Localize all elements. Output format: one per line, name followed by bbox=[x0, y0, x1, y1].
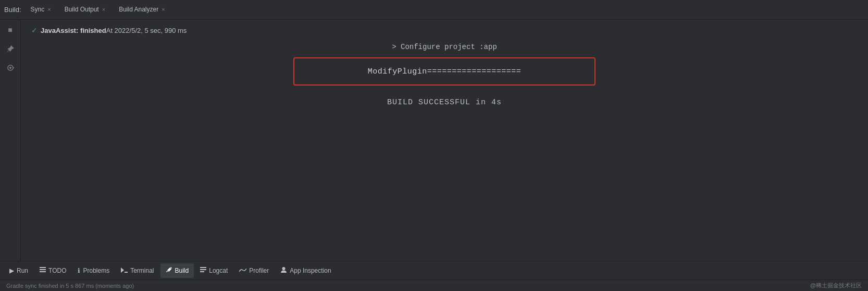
gradle-sync-text: Gradle sync finished in 5 s 867 ms (mome… bbox=[6, 283, 134, 289]
todo-icon bbox=[40, 266, 46, 274]
build-status-line: ✓ JavaAssist: finished At 2022/5/2, 5 se… bbox=[31, 26, 858, 34]
problems-icon: ℹ bbox=[78, 267, 80, 274]
svg-rect-7 bbox=[125, 272, 128, 273]
app-inspection-icon bbox=[280, 266, 287, 275]
tab-sync[interactable]: Sync × bbox=[24, 0, 57, 20]
tab-sync-close[interactable]: × bbox=[47, 6, 51, 13]
status-profiler[interactable]: Profiler bbox=[234, 263, 274, 278]
svg-rect-4 bbox=[40, 269, 46, 270]
status-bold-text: JavaAssist: finished bbox=[41, 27, 106, 34]
watermark: @稀土掘金技术社区 bbox=[810, 282, 862, 289]
status-run[interactable]: ▶ Run bbox=[4, 263, 33, 278]
status-build-label: Build bbox=[175, 267, 189, 274]
svg-point-1 bbox=[9, 67, 11, 69]
tab-build-output-label: Build Output bbox=[65, 6, 99, 13]
status-todo[interactable]: TODO bbox=[34, 263, 71, 278]
status-terminal[interactable]: Terminal bbox=[116, 263, 159, 278]
build-success: BUILD SUCCESSFUL in 4s bbox=[31, 98, 858, 107]
status-app-inspection-label: App Inspection bbox=[290, 267, 331, 274]
pin-icon[interactable] bbox=[4, 43, 17, 55]
status-run-label: Run bbox=[17, 267, 28, 274]
svg-marker-6 bbox=[121, 268, 124, 273]
run-icon: ▶ bbox=[9, 267, 14, 274]
inspect-icon[interactable] bbox=[4, 62, 17, 74]
status-profiler-label: Profiler bbox=[249, 267, 269, 274]
status-logcat-label: Logcat bbox=[209, 267, 228, 274]
build-output: ✓ JavaAssist: finished At 2022/5/2, 5 se… bbox=[21, 20, 868, 261]
status-terminal-label: Terminal bbox=[130, 267, 154, 274]
status-problems[interactable]: ℹ Problems bbox=[72, 263, 115, 278]
tab-bar-label: Build: bbox=[4, 6, 21, 14]
status-todo-label: TODO bbox=[48, 267, 66, 274]
main-content: ■ ✓ JavaAssist: finished At 2022/5/2, 5 … bbox=[0, 20, 868, 261]
tab-build-analyzer-label: Build Analyzer bbox=[119, 6, 158, 13]
configure-project: > Configure project :app bbox=[31, 43, 858, 51]
svg-rect-5 bbox=[40, 271, 46, 272]
svg-point-11 bbox=[282, 267, 286, 270]
tab-build-output[interactable]: Build Output × bbox=[58, 0, 111, 20]
logcat-icon bbox=[200, 266, 206, 274]
status-problems-label: Problems bbox=[83, 267, 109, 274]
status-rest-text: At 2022/5/2, 5 sec, 990 ms bbox=[106, 27, 187, 34]
tab-build-analyzer[interactable]: Build Analyzer × bbox=[113, 0, 171, 20]
svg-rect-8 bbox=[200, 267, 206, 268]
tab-bar: Build: Sync × Build Output × Build Analy… bbox=[0, 0, 868, 20]
svg-rect-9 bbox=[200, 269, 206, 270]
tab-sync-label: Sync bbox=[31, 6, 45, 13]
stop-icon[interactable]: ■ bbox=[4, 24, 17, 37]
sidebar: ■ bbox=[0, 20, 21, 261]
terminal-icon bbox=[121, 267, 128, 274]
status-logcat[interactable]: Logcat bbox=[195, 263, 233, 278]
status-build[interactable]: Build bbox=[160, 263, 194, 278]
tab-build-output-close[interactable]: × bbox=[102, 6, 105, 13]
status-bar: ▶ Run TODO ℹ Problems Terminal bbox=[0, 261, 868, 280]
modify-plugin-box: ModifyPlugin=================== bbox=[293, 57, 596, 86]
svg-rect-10 bbox=[200, 271, 204, 272]
status-app-inspection[interactable]: App Inspection bbox=[275, 263, 336, 278]
checkmark-icon: ✓ bbox=[31, 26, 38, 34]
tab-build-analyzer-close[interactable]: × bbox=[162, 6, 165, 13]
svg-rect-3 bbox=[40, 267, 46, 268]
modify-plugin-text: ModifyPlugin=================== bbox=[368, 67, 522, 76]
build-icon bbox=[166, 266, 172, 275]
profiler-icon bbox=[239, 267, 246, 274]
gradle-sync-line: Gradle sync finished in 5 s 867 ms (mome… bbox=[0, 280, 868, 291]
